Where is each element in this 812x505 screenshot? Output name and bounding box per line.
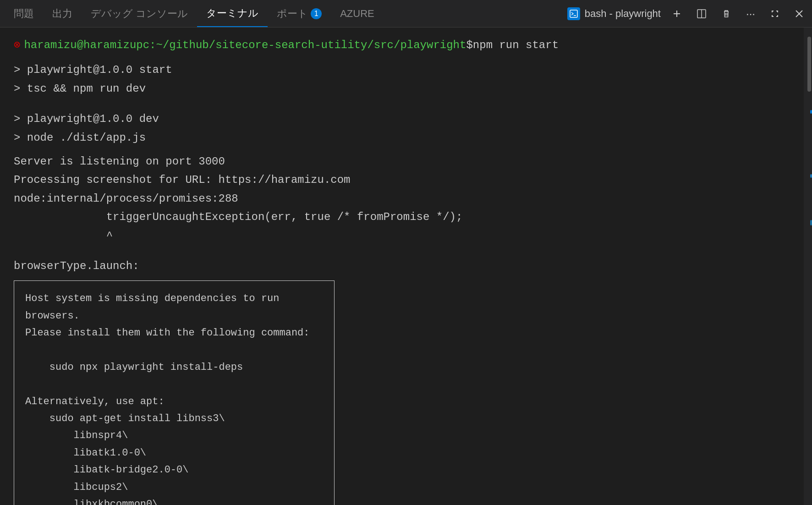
svg-rect-0 [570, 10, 577, 17]
prompt-line: ⊗ haramizu@haramizupc :~/github/sitecore… [14, 37, 798, 54]
tab-azure[interactable]: AZURE [331, 0, 384, 27]
error-line-5: sudo apt-get install libnss3\ [25, 410, 323, 427]
spacing-3 [14, 148, 798, 152]
close-panel-button[interactable] [791, 7, 807, 20]
output-playwright-dev-2: > node ./dist/app.js [14, 129, 798, 147]
output-browser-type: browserType.launch: [14, 258, 798, 275]
terminal-title-bar: bash - playwright [567, 7, 661, 20]
maximize-button[interactable] [766, 7, 784, 21]
tab-terminal[interactable]: ターミナル [197, 0, 268, 27]
prompt-command: npm run start [473, 37, 559, 54]
output-caret: ^ [14, 227, 798, 245]
add-terminal-button[interactable] [668, 7, 686, 21]
delete-terminal-button[interactable] [718, 7, 735, 21]
split-terminal-button[interactable] [693, 7, 710, 21]
error-line-3: sudo npx playwright install-deps [25, 359, 323, 376]
prompt-user: haramizu@haramizupc [24, 37, 149, 54]
output-playwright-dev-1: > playwright@1.0.0 dev [14, 110, 798, 128]
minimap-indicator-3 [810, 220, 812, 225]
error-line-1: Host system is missing dependencies to r… [25, 290, 323, 324]
port-badge: 1 [311, 8, 322, 19]
scrollbar-track[interactable] [804, 27, 812, 505]
spacing-2 [14, 99, 798, 110]
error-blank-1 [25, 341, 323, 358]
tab-shutsuryoku[interactable]: 出力 [43, 0, 82, 27]
output-playwright-start-1: > playwright@1.0.0 start [14, 61, 798, 79]
error-box: Host system is missing dependencies to r… [14, 280, 335, 505]
error-line-7: libatk1.0-0\ [25, 445, 323, 461]
error-blank-2 [25, 376, 323, 393]
terminal-content: ⊗ haramizu@haramizupc :~/github/sitecore… [0, 27, 812, 505]
output-processing: Processing screenshot for URL: https://h… [14, 171, 798, 189]
prompt-dollar: $ [466, 37, 472, 54]
error-line-4: Alternatively, use apt: [25, 393, 323, 410]
tab-debug[interactable]: デバッグ コンソール [82, 0, 197, 27]
terminal-name: bash - playwright [585, 8, 661, 20]
error-line-10: libxkbcommon0\ [25, 496, 323, 505]
terminal-icon [567, 7, 580, 20]
minimap-indicator-2 [810, 174, 812, 178]
tab-mondai[interactable]: 問題 [5, 0, 43, 27]
output-trigger: triggerUncaughtException(err, true /* fr… [14, 209, 798, 226]
error-line-2: Please install them with the following c… [25, 324, 323, 341]
spacing-1 [14, 56, 798, 60]
tab-bar: 問題 出力 デバッグ コンソール ターミナル ポート 1 AZURE bash … [0, 0, 812, 27]
output-playwright-start-2: > tsc && npm run dev [14, 80, 798, 98]
error-line-8: libatk-bridge2.0-0\ [25, 461, 323, 478]
spacing-4 [14, 246, 798, 257]
scrollbar-thumb[interactable] [807, 37, 811, 92]
error-line-9: libcups2\ [25, 479, 323, 496]
output-node-internal: node:internal/process/promises:288 [14, 190, 798, 208]
error-circle-icon: ⊗ [14, 37, 20, 54]
prompt-path: :~/github/sitecore-search-utility/src/pl… [149, 37, 466, 54]
minimap-indicator-1 [810, 110, 812, 114]
more-button[interactable]: ··· [742, 5, 759, 22]
output-server-listening: Server is listening on port 3000 [14, 153, 798, 170]
error-line-6: libnspr4\ [25, 427, 323, 444]
tab-port[interactable]: ポート 1 [268, 0, 331, 27]
